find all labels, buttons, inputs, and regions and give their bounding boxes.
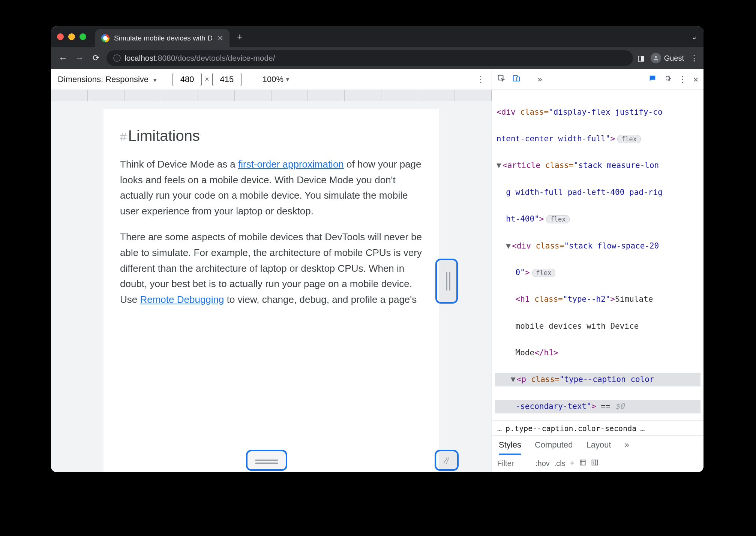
omnibox[interactable]: ⓘ localhost:8080/docs/devtools/device-mo…	[106, 50, 633, 66]
back-button[interactable]: ←	[57, 53, 69, 63]
dimensions-inputs: ×	[172, 73, 242, 86]
tab-bar: Simulate mobile devices with D ✕ + ⌄	[51, 26, 704, 47]
resize-handle-corner[interactable]	[435, 450, 459, 471]
new-style-rule-icon[interactable]: +	[570, 459, 574, 468]
dimensions-dropdown[interactable]: Dimensions: Responsive ▼	[58, 75, 158, 84]
zoom-dropdown[interactable]: 100% ▼	[262, 75, 290, 84]
toggle-sidebar-icon[interactable]	[591, 459, 598, 468]
ruler	[51, 90, 492, 101]
browser-tab[interactable]: Simulate mobile devices with D ✕	[95, 29, 230, 47]
url-bar: ← → ⟳ ⓘ localhost:8080/docs/devtools/dev…	[51, 47, 704, 69]
content-area: Dimensions: Responsive ▼ × 100% ▼ ⋮ #Lim…	[51, 69, 704, 472]
dom-breadcrumbs[interactable]: … p.type--caption.color-seconda …	[492, 421, 704, 436]
svg-rect-4	[592, 460, 597, 465]
crumb-current[interactable]: p.type--caption.color-seconda	[506, 424, 636, 433]
svg-rect-2	[517, 77, 519, 81]
paragraph-2: There are some aspects of mobile devices…	[120, 229, 423, 307]
styles-filter-input[interactable]	[497, 459, 531, 468]
paragraph-1: Think of Device Mode as a first-order ap…	[120, 157, 423, 219]
settings-icon[interactable]	[663, 74, 672, 84]
toolbar-right: ◨ Guest ⋮	[638, 53, 698, 63]
cls-button[interactable]: .cls	[554, 459, 566, 468]
device-toggle-icon[interactable]	[512, 74, 520, 84]
simulated-viewport: #Limitations Think of Device Mode as a f…	[51, 101, 492, 472]
svg-rect-3	[580, 460, 585, 465]
crumb-more[interactable]: …	[640, 424, 645, 433]
width-input[interactable]	[172, 73, 202, 86]
page-content[interactable]: #Limitations Think of Device Mode as a f…	[104, 109, 439, 472]
window-maximize-button[interactable]	[80, 33, 86, 40]
issues-icon[interactable]	[648, 74, 657, 84]
link-first-order[interactable]: first-order approximation	[238, 159, 344, 170]
profile-label: Guest	[664, 54, 684, 63]
resize-handle-right[interactable]	[435, 259, 458, 304]
tab-computed[interactable]: Computed	[535, 440, 573, 450]
device-toolbar: Dimensions: Responsive ▼ × 100% ▼ ⋮	[51, 69, 492, 90]
dom-tree[interactable]: <div class="display-flex justify-co nten…	[492, 90, 704, 421]
tab-styles[interactable]: Styles	[499, 440, 521, 455]
times-label: ×	[205, 75, 209, 84]
browser-menu-icon[interactable]: ⋮	[690, 53, 698, 63]
hov-button[interactable]: :hov	[536, 459, 550, 468]
window-minimize-button[interactable]	[68, 33, 75, 40]
device-mode-pane: Dimensions: Responsive ▼ × 100% ▼ ⋮ #Lim…	[51, 69, 492, 472]
link-remote-debugging[interactable]: Remote Debugging	[140, 294, 224, 305]
new-tab-button[interactable]: +	[237, 31, 243, 43]
device-more-icon[interactable]: ⋮	[477, 75, 485, 84]
browser-window: Simulate mobile devices with D ✕ + ⌄ ← →…	[51, 26, 704, 472]
resize-handle-bottom[interactable]	[246, 450, 287, 471]
page-heading: #Limitations	[120, 124, 423, 148]
tab-layout[interactable]: Layout	[586, 440, 611, 450]
chrome-favicon-icon	[101, 34, 110, 42]
side-panel-icon[interactable]: ◨	[638, 54, 645, 63]
tab-more-icon[interactable]: »	[625, 440, 629, 450]
devtools-menu-icon[interactable]: ⋮	[678, 75, 687, 84]
devtools-toolbar: » ⋮ ✕	[492, 69, 704, 90]
styles-filter-bar: :hov .cls +	[492, 454, 704, 472]
devtools-panel: » ⋮ ✕ <div class="display-flex justify-c…	[492, 69, 704, 472]
tab-close-icon[interactable]: ✕	[217, 34, 224, 43]
window-close-button[interactable]	[57, 33, 64, 40]
anchor-hash-icon[interactable]: #	[120, 130, 127, 144]
tab-title: Simulate mobile devices with D	[114, 34, 213, 42]
site-info-icon[interactable]: ⓘ	[113, 53, 121, 63]
forward-button[interactable]: →	[74, 53, 86, 63]
computed-styles-icon[interactable]	[579, 459, 586, 468]
profile-button[interactable]: Guest	[651, 53, 684, 63]
tabs-dropdown-icon[interactable]: ⌄	[691, 32, 698, 41]
more-tabs-icon[interactable]: »	[537, 75, 542, 84]
styles-tabs: Styles Computed Layout »	[492, 436, 704, 454]
traffic-lights	[57, 33, 86, 40]
reload-button[interactable]: ⟳	[90, 53, 102, 63]
url-text: localhost:8080/docs/devtools/device-mode…	[124, 54, 275, 63]
height-input[interactable]	[212, 73, 242, 86]
avatar-icon	[651, 53, 661, 63]
crumb-dots[interactable]: …	[497, 424, 502, 433]
inspect-element-icon[interactable]	[497, 74, 506, 84]
devtools-close-icon[interactable]: ✕	[693, 75, 698, 84]
